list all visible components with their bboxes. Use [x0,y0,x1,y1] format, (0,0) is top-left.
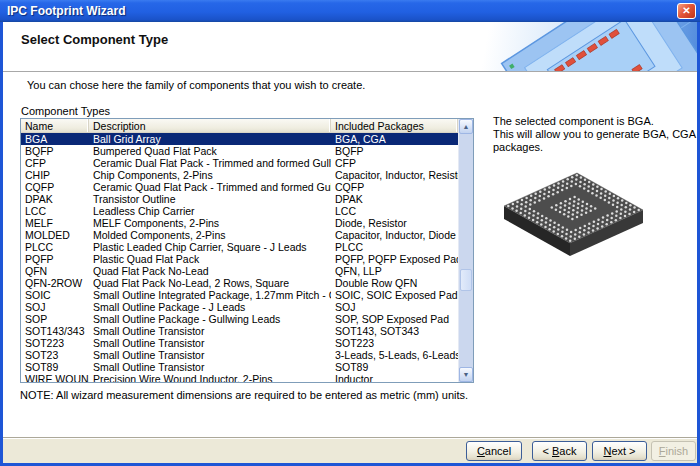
table-cell: SOP [21,313,89,325]
back-button[interactable]: < Back [532,441,587,461]
table-cell: LCC [331,205,458,217]
table-cell: Quad Flat Pack No-Lead [89,265,331,277]
close-icon[interactable]: ✕ [677,3,696,19]
table-cell: SOP, SOP Exposed Pad [331,313,458,325]
table-row[interactable]: BQFPBumpered Quad Flat PackBQFP [21,145,458,157]
table-cell: Capacitor, Inductor, Resistor [331,169,458,181]
table-row[interactable]: DPAKTransistor OutlineDPAK [21,193,458,205]
table-row[interactable]: SOT89Small Outline TransistorSOT89 [21,361,458,373]
column-header-name[interactable]: Name [21,119,89,132]
finish-button[interactable]: Finish [651,441,696,461]
table-cell: Ceramic Quad Flat Pack - Trimmed and for… [89,181,331,193]
table-cell: BGA, CGA [331,133,458,145]
table-row[interactable]: SOJSmall Outline Package - J LeadsSOJ [21,301,458,313]
table-cell: PLCC [21,241,89,253]
table-cell: QFN-2ROW [21,277,89,289]
table-row[interactable]: CFPCeramic Dual Flat Pack - Trimmed and … [21,157,458,169]
table-row[interactable]: QFNQuad Flat Pack No-LeadQFN, LLP [21,265,458,277]
table-cell: Small Outline Transistor [89,349,331,361]
table-row[interactable]: PQFPPlastic Quad Flat PackPQFP, PQFP Exp… [21,253,458,265]
table-cell: Leadless Chip Carrier [89,205,331,217]
scrollbar-up-icon[interactable]: ▲ [459,119,473,134]
table-cell: Small Outline Transistor [89,337,331,349]
table-cell: PQFP [21,253,89,265]
table-cell: MOLDED [21,229,89,241]
table-cell: SOT143/343 [21,325,89,337]
table-cell: Plastic Leaded Chip Carrier, Square - J … [89,241,331,253]
table-cell: Double Row QFN [331,277,458,289]
table-cell: MELF Components, 2-Pins [89,217,331,229]
column-header-description[interactable]: Description [89,119,331,132]
scrollbar-track[interactable] [459,134,473,367]
table-cell: Ceramic Dual Flat Pack - Trimmed and for… [89,157,331,169]
component-type-list: Name Description Included Packages BGABa… [20,118,474,383]
titlebar[interactable]: IPC Footprint Wizard ✕ [0,0,700,22]
selection-summary-line1: The selected component is BGA. [493,115,700,128]
table-row[interactable]: MELFMELF Components, 2-PinsDiode, Resist… [21,217,458,229]
table-cell: Small Outline Transistor [89,325,331,337]
table-cell: BQFP [331,145,458,157]
header-banner: Select Component Type [3,22,697,71]
table-row[interactable]: MOLDEDMolded Components, 2-PinsCapacitor… [21,229,458,241]
table-row[interactable]: SOICSmall Outline Integrated Package, 1.… [21,289,458,301]
table-row[interactable]: SOPSmall Outline Package - Gullwing Lead… [21,313,458,325]
wizard-window: IPC Footprint Wizard ✕ [0,0,700,466]
table-cell: Small Outline Transistor [89,361,331,373]
table-cell: Plastic Quad Flat Pack [89,253,331,265]
next-button[interactable]: Next > [592,441,647,461]
instruction-text: You can chose here the family of compone… [27,79,365,91]
table-row[interactable]: BGABall Grid ArrayBGA, CGA [21,133,458,145]
table-cell: SOT89 [21,361,89,373]
banner-divider [0,71,700,72]
table-cell: DPAK [21,193,89,205]
table-cell: BQFP [21,145,89,157]
column-headers: Name Description Included Packages [21,119,458,133]
scrollbar-thumb[interactable] [460,269,472,291]
table-cell: Molded Components, 2-Pins [89,229,331,241]
table-cell: CQFP [21,181,89,193]
window-border-left [0,22,3,466]
circuit-board-image [457,22,697,71]
column-header-included-packages[interactable]: Included Packages [331,119,458,132]
table-row[interactable]: LCCLeadless Chip CarrierLCC [21,205,458,217]
table-cell: Inductor [331,373,458,382]
table-row[interactable]: CHIPChip Components, 2-PinsCapacitor, In… [21,169,458,181]
table-cell: Transistor Outline [89,193,331,205]
table-row[interactable]: SOT23Small Outline Transistor3-Leads, 5-… [21,349,458,361]
table-cell: Ball Grid Array [89,133,331,145]
table-cell: CHIP [21,169,89,181]
table-cell: QFN [21,265,89,277]
table-cell: SOT143, SOT343 [331,325,458,337]
table-cell: Small Outline Integrated Package, 1.27mm… [89,289,331,301]
table-cell: QFN, LLP [331,265,458,277]
table-cell: SOT89 [331,361,458,373]
bga-package-image [496,164,656,274]
selection-summary-line2: This will allow you to generate BGA, CGA… [493,128,700,154]
table-cell: Diode, Resistor [331,217,458,229]
table-row[interactable]: PLCCPlastic Leaded Chip Carrier, Square … [21,241,458,253]
list-main: Name Description Included Packages BGABa… [21,119,458,382]
table-row[interactable]: SOT143/343Small Outline TransistorSOT143… [21,325,458,337]
table-row[interactable]: SOT223Small Outline TransistorSOT223 [21,337,458,349]
table-cell: PLCC [331,241,458,253]
table-cell: SOIC, SOIC Exposed Pad [331,289,458,301]
table-cell: SOT223 [331,337,458,349]
table-row[interactable]: CQFPCeramic Quad Flat Pack - Trimmed and… [21,181,458,193]
table-cell: Small Outline Package - Gullwing Leads [89,313,331,325]
vertical-scrollbar[interactable]: ▲ ▼ [458,119,473,382]
component-types-label: Component Types [21,105,110,117]
table-cell: Bumpered Quad Flat Pack [89,145,331,157]
note-text: NOTE: All wizard measurement dimensions … [20,389,468,401]
table-cell: CFP [331,157,458,169]
table-cell: MELF [21,217,89,229]
table-row[interactable]: WIRE WOUNDPrecision Wire Wound Inductor,… [21,373,458,382]
cancel-button[interactable]: Cancel [466,441,522,461]
selection-summary: The selected component is BGA. This will… [493,115,700,154]
table-row[interactable]: QFN-2ROWQuad Flat Pack No-Lead, 2 Rows, … [21,277,458,289]
table-cell: PQFP, PQFP Exposed Pad [331,253,458,265]
table-cell: Precision Wire Wound Inductor, 2-Pins [89,373,331,382]
table-cell: LCC [21,205,89,217]
table-cell: 3-Leads, 5-Leads, 6-Leads [331,349,458,361]
table-cell: SOJ [331,301,458,313]
scrollbar-down-icon[interactable]: ▼ [459,367,473,382]
